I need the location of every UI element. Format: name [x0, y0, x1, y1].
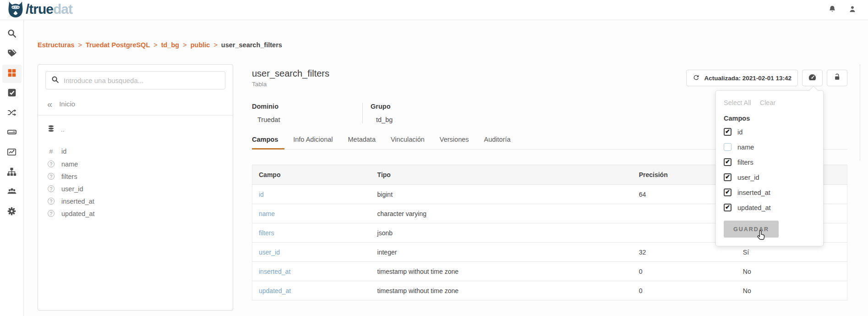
question-circle-icon: ? [48, 173, 55, 180]
database-icon [47, 125, 55, 134]
logo-text-dark: /true [26, 1, 53, 17]
columns-filter-dropdown: Select All Clear Campos id name filters … [715, 90, 824, 246]
gear-icon [7, 206, 16, 218]
question-circle-icon: ? [48, 198, 55, 205]
breadcrumb-current: user_search_filters [221, 41, 282, 49]
sidebar-item-structures[interactable] [2, 65, 22, 83]
explorer-search-input[interactable] [64, 77, 219, 84]
owl-logo-icon [6, 0, 25, 20]
tab-vinculacion[interactable]: Vinculación [391, 136, 431, 150]
tab-campos[interactable]: Campos [252, 136, 284, 150]
field-list-item-id[interactable]: # id [38, 145, 233, 158]
checkbox[interactable] [724, 204, 732, 211]
checkbox-option-inserted-at[interactable]: inserted_at [724, 185, 815, 200]
users-icon [7, 186, 17, 198]
breadcrumb-link-estructuras[interactable]: Estructuras [38, 41, 75, 49]
shuffle-icon [7, 108, 16, 119]
checkbox-option-id[interactable]: id [724, 124, 815, 139]
sidebar-item-settings[interactable] [2, 203, 22, 221]
notifications-bell-icon[interactable] [828, 5, 837, 16]
field-link-inserted-at[interactable]: inserted_at [259, 268, 290, 275]
tab-info-adicional[interactable]: Info Adicional [293, 136, 339, 150]
refresh-icon [693, 74, 700, 83]
sidebar-item-lineage[interactable] [2, 104, 22, 122]
checkbox-option-name[interactable]: name [724, 139, 815, 155]
table-row: updated_at timestamp without time zone 0… [252, 281, 847, 300]
grupo-value: td_bg [371, 116, 393, 123]
dominio-label: Dominio [252, 103, 362, 110]
checkbox[interactable] [724, 128, 732, 136]
checkbox[interactable] [724, 143, 732, 151]
question-circle-icon: ? [48, 210, 55, 217]
unlock-icon [833, 73, 841, 83]
field-link-name[interactable]: name [259, 210, 275, 217]
tags-icon [7, 48, 17, 60]
field-list-item-updated-at[interactable]: ? updated_at [38, 207, 233, 220]
updated-at-button[interactable]: Actualizada: 2021-02-01 13:42 [686, 70, 798, 86]
tab-metadata[interactable]: Metadata [348, 136, 382, 150]
select-all-link[interactable]: Select All [724, 99, 751, 106]
structure-explorer-panel: « Inicio .. # id ? name [38, 64, 233, 310]
field-link-filters[interactable]: filters [259, 229, 274, 237]
field-list-item-user-id[interactable]: ? user_id [38, 183, 233, 195]
field-list-item-filters[interactable]: ? filters [38, 170, 233, 183]
sidebar-item-users[interactable] [2, 183, 22, 201]
field-link-updated-at[interactable]: updated_at [259, 287, 291, 294]
sidebar-rail [0, 20, 24, 316]
tab-auditoria[interactable]: Auditoría [484, 136, 517, 150]
sitemap-icon [7, 167, 16, 178]
explorer-home-link[interactable]: « Inicio [38, 94, 233, 113]
field-list-item-name[interactable]: ? name [38, 158, 233, 170]
checkbox[interactable] [724, 173, 732, 181]
field-list-item-inserted-at[interactable]: ? inserted_at [38, 195, 233, 207]
sidebar-item-search[interactable] [2, 25, 22, 44]
panel-right-edge [860, 64, 860, 161]
grid-icon [7, 68, 16, 79]
server-icon [7, 127, 17, 139]
user-account-icon[interactable] [848, 5, 857, 16]
tab-versiones[interactable]: Versiones [440, 136, 475, 150]
truedat-logo[interactable]: /truedat [6, 0, 72, 20]
content-area: Estructuras>Truedat PostgreSQL>td_bg>pub… [24, 20, 868, 316]
clear-link[interactable]: Clear [760, 99, 776, 106]
checkbox-option-user-id[interactable]: user_id [724, 170, 815, 185]
grupo-label: Grupo [371, 103, 393, 110]
checkbox[interactable] [724, 158, 732, 166]
breadcrumb-link-database[interactable]: td_bg [161, 41, 179, 49]
search-icon [51, 76, 59, 85]
field-list: # id ? name ? filters ? user_id ? inse [38, 140, 233, 224]
chart-line-icon [7, 147, 16, 159]
field-link-id[interactable]: id [259, 191, 264, 198]
sidebar-item-quality[interactable] [2, 84, 22, 103]
lock-button[interactable] [827, 70, 847, 86]
breadcrumb-link-system[interactable]: Truedat PostgreSQL [86, 41, 150, 49]
guardar-button[interactable]: GUARDAR [724, 221, 779, 238]
checkbox[interactable] [724, 188, 732, 196]
gauge-icon [808, 72, 817, 84]
question-circle-icon: ? [48, 185, 55, 192]
field-link-user-id[interactable]: user_id [259, 249, 280, 256]
sidebar-item-dashboards[interactable] [2, 144, 22, 162]
breadcrumb-link-schema[interactable]: public [191, 41, 210, 49]
dropdown-title: Campos [724, 115, 815, 122]
home-label: Inicio [59, 100, 75, 108]
explorer-up-link[interactable]: .. [38, 116, 233, 140]
checkbox-option-updated-at[interactable]: updated_at [724, 200, 815, 215]
question-circle-icon: ? [48, 161, 55, 167]
dominio-value: Truedat [252, 116, 362, 123]
hash-icon: # [47, 148, 55, 155]
double-chevron-left-icon: « [47, 101, 52, 107]
top-bar: /truedat [0, 0, 868, 20]
sidebar-item-tags[interactable] [2, 45, 22, 63]
explorer-search-box [45, 71, 225, 89]
search-icon [7, 28, 17, 40]
table-row: inserted_at timestamp without time zone … [252, 262, 847, 281]
profiling-gauge-button[interactable] [802, 70, 823, 86]
check-square-icon [7, 88, 16, 99]
sidebar-item-taxonomy[interactable] [2, 163, 22, 182]
up-label: .. [61, 126, 65, 133]
breadcrumb: Estructuras>Truedat PostgreSQL>td_bg>pub… [38, 41, 282, 49]
sidebar-item-sources[interactable] [2, 124, 22, 142]
checkbox-option-filters[interactable]: filters [724, 155, 815, 170]
logo-text-light: dat [53, 1, 72, 17]
